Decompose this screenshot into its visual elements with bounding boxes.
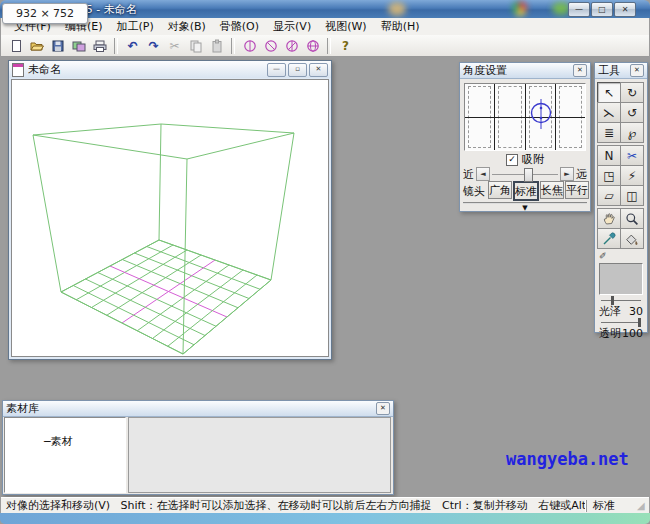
tree-root-item[interactable]: 素材: [51, 435, 73, 448]
snap-checkbox[interactable]: ✓: [506, 154, 518, 166]
rotate-ccw-tool-icon: ↺: [627, 107, 637, 119]
undo-button[interactable]: ↶: [123, 37, 142, 55]
maximize-button[interactable]: □: [591, 2, 613, 17]
cut-button[interactable]: ✂: [165, 37, 184, 55]
arrow-left-icon[interactable]: ◄: [476, 167, 490, 181]
document-title-bar[interactable]: 未命名 —▫✕: [9, 61, 331, 78]
tools-grid: ↖↻⋋↺≣℘N✂◳⚡▱◫: [595, 79, 647, 248]
minimize-button[interactable]: —: [568, 2, 590, 17]
horizon-line: [465, 117, 585, 118]
menu-item-7[interactable]: 帮助(H): [374, 18, 427, 35]
lens-mode-3[interactable]: 平行: [565, 181, 589, 199]
close-icon[interactable]: ✕: [573, 64, 587, 77]
viewport-canvas[interactable]: [11, 79, 329, 357]
globe-view-button[interactable]: [303, 37, 322, 55]
resize-grip-icon[interactable]: ◢: [637, 499, 649, 512]
document-icon: [12, 63, 24, 77]
link-tool-button[interactable]: ⚡: [620, 165, 644, 186]
cube-tool-button[interactable]: ◫: [620, 185, 644, 206]
new-button[interactable]: [6, 37, 25, 55]
menu-item-5[interactable]: 显示(V): [266, 18, 318, 35]
fill-tool-button[interactable]: [620, 228, 644, 249]
curve-tool-button[interactable]: N: [597, 145, 621, 166]
plane-tool-button[interactable]: ▱: [597, 185, 621, 206]
lens-mode-buttons: 广角标准长焦平行: [488, 181, 589, 201]
align-tool-button[interactable]: ≣: [597, 122, 621, 143]
distance-slider-thumb[interactable]: [524, 168, 533, 182]
copy-icon: [189, 39, 203, 53]
tree-expander-icon[interactable]: ─: [44, 435, 51, 448]
zoom-tool-button[interactable]: [620, 208, 644, 229]
transparency-slider-thumb[interactable]: [638, 318, 641, 327]
gloss-slider-thumb[interactable]: [611, 296, 614, 305]
copy-button[interactable]: [186, 37, 205, 55]
rotate-view-x-button[interactable]: [240, 37, 259, 55]
print-icon: [93, 39, 107, 53]
menu-bar: 文件(F)编辑(E)加工(P)对象(B)骨骼(O)显示(V)视图(W)帮助(H): [1, 18, 649, 35]
save-icon: [51, 39, 65, 53]
document-window: 未命名 —▫✕: [8, 60, 332, 360]
size-tooltip: 932 × 752: [2, 3, 88, 24]
import-image-button[interactable]: [69, 37, 88, 55]
cut-tool-icon: ✂: [627, 150, 637, 162]
document-close-button[interactable]: ✕: [309, 63, 328, 77]
material-library-panel: 素材库 ✕ ─素材: [2, 400, 394, 495]
menu-item-4[interactable]: 骨骼(O): [213, 18, 266, 35]
rotate-tool-icon: ↻: [627, 87, 637, 99]
lens-mode-1[interactable]: 标准: [513, 181, 539, 201]
menu-item-2[interactable]: 加工(P): [109, 18, 160, 35]
undo-icon: ↶: [127, 40, 137, 52]
rotate-ccw-tool-button[interactable]: ↺: [620, 102, 644, 123]
angle-panel-title-bar[interactable]: 角度设置 ✕: [460, 63, 590, 79]
rotate-view-y-button[interactable]: [261, 37, 280, 55]
transparency-slider[interactable]: [601, 318, 641, 327]
apply-material-icon[interactable]: ✐: [599, 251, 607, 261]
import-image-icon: [72, 39, 86, 53]
select-tool-button[interactable]: ↖: [597, 82, 621, 103]
arrow-right-icon[interactable]: ►: [560, 167, 574, 181]
transparency-value: 100: [622, 327, 643, 340]
library-panel-title: 素材库: [6, 401, 376, 416]
gloss-label: 光泽: [599, 304, 621, 319]
library-body: ─素材: [3, 416, 393, 494]
library-content-pane[interactable]: [128, 417, 391, 493]
wireframe-cube: [12, 80, 328, 356]
cube-tool-icon: ◫: [626, 190, 637, 202]
rotate-view-z-button[interactable]: [282, 37, 301, 55]
lens-mode-2[interactable]: 长焦: [540, 181, 564, 199]
close-button[interactable]: ✕: [614, 2, 636, 17]
document-minimize-button[interactable]: —: [267, 63, 286, 77]
panel-collapse-handle[interactable]: ▼: [463, 202, 587, 213]
save-button[interactable]: [48, 37, 67, 55]
close-icon[interactable]: ✕: [376, 402, 390, 415]
distance-slider-track[interactable]: [492, 167, 558, 181]
library-tree[interactable]: ─素材: [4, 417, 126, 493]
tools-panel-title-bar[interactable]: 工具 ✕: [595, 63, 647, 79]
lens-mode-0[interactable]: 广角: [488, 181, 512, 199]
material-color-swatch[interactable]: [599, 263, 643, 295]
redo-button[interactable]: ↷: [144, 37, 163, 55]
angle-indicator-icon[interactable]: [527, 98, 555, 130]
lasso-tool-button[interactable]: ℘: [620, 122, 644, 143]
extrude-tool-button[interactable]: ◳: [597, 165, 621, 186]
gloss-slider[interactable]: [601, 296, 641, 305]
print-button[interactable]: [90, 37, 109, 55]
close-icon[interactable]: ✕: [630, 64, 644, 77]
eyedropper-tool-button[interactable]: [597, 228, 621, 249]
help-button[interactable]: ?: [336, 37, 355, 55]
paste-button[interactable]: [207, 37, 226, 55]
menu-item-6[interactable]: 视图(W): [318, 18, 373, 35]
rotate-view-x-icon: [243, 39, 257, 53]
globe-view-icon: [306, 39, 320, 53]
open-button[interactable]: [27, 37, 46, 55]
cut-tool-button[interactable]: ✂: [620, 145, 644, 166]
new-icon: [9, 39, 23, 53]
library-panel-title-bar[interactable]: 素材库 ✕: [3, 401, 393, 417]
skeleton-tool-button[interactable]: ⋋: [597, 102, 621, 123]
hand-tool-button[interactable]: [597, 208, 621, 229]
rotate-tool-button[interactable]: ↻: [620, 82, 644, 103]
document-restore-button[interactable]: ▫: [288, 63, 307, 77]
menu-item-3[interactable]: 对象(B): [161, 18, 213, 35]
angle-grid[interactable]: [464, 83, 586, 151]
link-tool-icon: ⚡: [628, 170, 636, 182]
